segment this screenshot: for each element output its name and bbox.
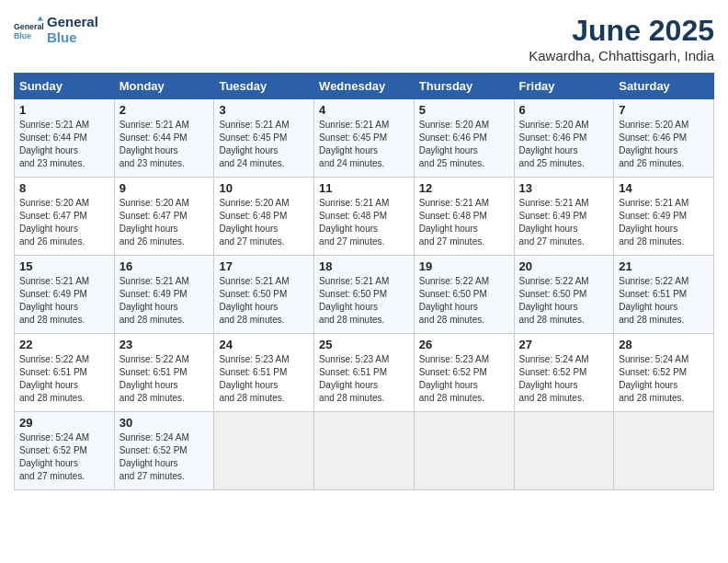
daylight-label: Daylight hours	[119, 380, 178, 390]
day-info: Sunrise: 5:21 AM Sunset: 6:45 PM Dayligh…	[319, 119, 409, 170]
table-row: 25 Sunrise: 5:23 AM Sunset: 6:51 PM Dayl…	[314, 334, 415, 412]
daylight-duration: and 28 minutes.	[619, 236, 684, 247]
day-info: Sunrise: 5:20 AM Sunset: 6:46 PM Dayligh…	[619, 119, 709, 170]
day-number: 18	[319, 259, 409, 273]
col-friday: Friday	[514, 74, 614, 99]
table-row: 27 Sunrise: 5:24 AM Sunset: 6:52 PM Dayl…	[514, 334, 614, 412]
table-row: 29 Sunrise: 5:24 AM Sunset: 6:52 PM Dayl…	[15, 412, 115, 490]
daylight-label: Daylight hours	[419, 302, 478, 312]
day-number: 19	[419, 259, 509, 273]
day-info: Sunrise: 5:23 AM Sunset: 6:51 PM Dayligh…	[219, 353, 309, 405]
day-info: Sunrise: 5:21 AM Sunset: 6:49 PM Dayligh…	[19, 275, 109, 327]
daylight-label: Daylight hours	[219, 145, 278, 155]
daylight-duration: and 26 minutes.	[119, 236, 185, 247]
day-info: Sunrise: 5:22 AM Sunset: 6:51 PM Dayligh…	[119, 353, 210, 405]
col-sunday: Sunday	[15, 74, 115, 99]
daylight-label: Daylight hours	[619, 145, 677, 155]
day-number: 22	[19, 338, 109, 351]
day-number: 9	[119, 181, 210, 195]
calendar-header-row: Sunday Monday Tuesday Wednesday Thursday…	[15, 74, 714, 99]
day-number: 29	[19, 416, 109, 430]
day-info: Sunrise: 5:21 AM Sunset: 6:48 PM Dayligh…	[319, 197, 409, 248]
table-row: 19 Sunrise: 5:22 AM Sunset: 6:50 PM Dayl…	[414, 256, 514, 334]
day-number: 4	[319, 103, 409, 117]
daylight-duration: and 28 minutes.	[219, 315, 284, 325]
day-info: Sunrise: 5:21 AM Sunset: 6:44 PM Dayligh…	[119, 119, 210, 170]
daylight-duration: and 27 minutes.	[319, 236, 384, 247]
day-info: Sunrise: 5:21 AM Sunset: 6:49 PM Dayligh…	[119, 275, 210, 327]
table-row: 10 Sunrise: 5:20 AM Sunset: 6:48 PM Dayl…	[214, 178, 314, 256]
table-row: 3 Sunrise: 5:21 AM Sunset: 6:45 PM Dayli…	[214, 99, 314, 178]
daylight-duration: and 27 minutes.	[19, 471, 85, 481]
table-row: 6 Sunrise: 5:20 AM Sunset: 6:46 PM Dayli…	[514, 99, 614, 178]
page-header: General Blue General Blue June 2025 Kawa…	[14, 14, 714, 63]
daylight-label: Daylight hours	[119, 302, 178, 312]
day-info: Sunrise: 5:20 AM Sunset: 6:47 PM Dayligh…	[19, 197, 109, 248]
day-info: Sunrise: 5:21 AM Sunset: 6:44 PM Dayligh…	[19, 119, 109, 170]
day-number: 11	[319, 181, 409, 195]
daylight-duration: and 28 minutes.	[519, 315, 585, 325]
daylight-label: Daylight hours	[19, 224, 78, 234]
daylight-duration: and 23 minutes.	[119, 158, 185, 168]
table-row: 9 Sunrise: 5:20 AM Sunset: 6:47 PM Dayli…	[114, 178, 214, 256]
daylight-duration: and 28 minutes.	[319, 315, 384, 325]
daylight-duration: and 28 minutes.	[19, 393, 85, 403]
daylight-label: Daylight hours	[119, 145, 178, 155]
day-number: 1	[19, 103, 109, 117]
table-row	[214, 412, 314, 490]
day-info: Sunrise: 5:21 AM Sunset: 6:50 PM Dayligh…	[319, 275, 409, 327]
daylight-duration: and 28 minutes.	[419, 315, 484, 325]
daylight-duration: and 28 minutes.	[619, 315, 684, 325]
day-number: 24	[219, 338, 309, 351]
daylight-label: Daylight hours	[19, 145, 78, 155]
logo: General Blue General Blue	[14, 14, 98, 45]
day-info: Sunrise: 5:20 AM Sunset: 6:46 PM Dayligh…	[419, 119, 509, 170]
day-number: 10	[219, 181, 309, 195]
day-number: 25	[319, 338, 409, 351]
calendar-table: Sunday Monday Tuesday Wednesday Thursday…	[14, 73, 714, 490]
calendar-title: June 2025	[529, 14, 714, 48]
table-row: 28 Sunrise: 5:24 AM Sunset: 6:52 PM Dayl…	[614, 334, 714, 412]
daylight-duration: and 27 minutes.	[519, 236, 585, 247]
calendar-row: 22 Sunrise: 5:22 AM Sunset: 6:51 PM Dayl…	[15, 334, 714, 412]
col-wednesday: Wednesday	[314, 74, 415, 99]
calendar-row: 29 Sunrise: 5:24 AM Sunset: 6:52 PM Dayl…	[15, 412, 714, 490]
daylight-duration: and 28 minutes.	[119, 315, 185, 325]
day-number: 30	[119, 416, 210, 430]
table-row	[514, 412, 614, 490]
table-row: 26 Sunrise: 5:23 AM Sunset: 6:52 PM Dayl…	[414, 334, 514, 412]
day-info: Sunrise: 5:20 AM Sunset: 6:48 PM Dayligh…	[219, 197, 309, 248]
day-info: Sunrise: 5:21 AM Sunset: 6:48 PM Dayligh…	[419, 197, 509, 248]
day-info: Sunrise: 5:24 AM Sunset: 6:52 PM Dayligh…	[119, 431, 210, 483]
calendar-row: 8 Sunrise: 5:20 AM Sunset: 6:47 PM Dayli…	[15, 178, 714, 256]
daylight-duration: and 25 minutes.	[519, 158, 585, 168]
table-row	[614, 412, 714, 490]
day-number: 21	[619, 259, 709, 273]
day-number: 28	[619, 338, 709, 351]
day-number: 17	[219, 259, 309, 273]
day-number: 16	[119, 259, 210, 273]
daylight-label: Daylight hours	[19, 380, 78, 390]
table-row: 5 Sunrise: 5:20 AM Sunset: 6:46 PM Dayli…	[414, 99, 514, 178]
daylight-label: Daylight hours	[619, 224, 677, 234]
table-row: 15 Sunrise: 5:21 AM Sunset: 6:49 PM Dayl…	[15, 256, 115, 334]
daylight-label: Daylight hours	[119, 224, 178, 234]
daylight-label: Daylight hours	[219, 302, 278, 312]
daylight-duration: and 26 minutes.	[19, 236, 85, 247]
day-number: 8	[19, 181, 109, 195]
daylight-duration: and 28 minutes.	[319, 393, 384, 403]
daylight-label: Daylight hours	[519, 145, 578, 155]
calendar-row: 1 Sunrise: 5:21 AM Sunset: 6:44 PM Dayli…	[15, 99, 714, 178]
daylight-duration: and 28 minutes.	[519, 393, 585, 403]
daylight-label: Daylight hours	[19, 458, 78, 468]
daylight-label: Daylight hours	[419, 380, 478, 390]
day-info: Sunrise: 5:20 AM Sunset: 6:46 PM Dayligh…	[519, 119, 609, 170]
daylight-label: Daylight hours	[319, 145, 378, 155]
day-info: Sunrise: 5:20 AM Sunset: 6:47 PM Dayligh…	[119, 197, 210, 248]
daylight-duration: and 23 minutes.	[19, 158, 85, 168]
daylight-duration: and 28 minutes.	[419, 393, 484, 403]
day-number: 26	[419, 338, 509, 351]
day-number: 2	[119, 103, 210, 117]
daylight-duration: and 24 minutes.	[319, 158, 384, 168]
table-row: 11 Sunrise: 5:21 AM Sunset: 6:48 PM Dayl…	[314, 178, 415, 256]
